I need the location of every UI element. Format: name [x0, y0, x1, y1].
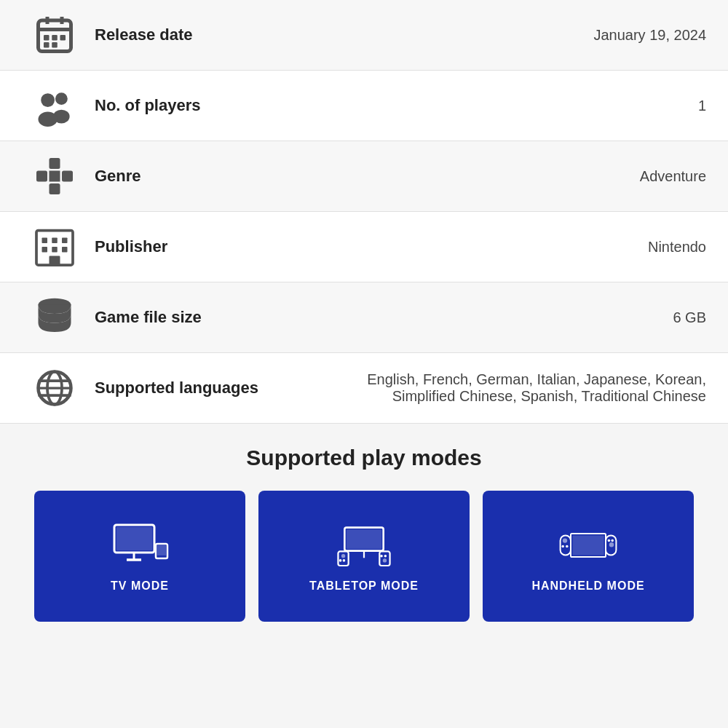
svg-rect-25 — [50, 256, 60, 266]
languages-label: Supported languages — [87, 379, 357, 397]
handheld-mode-icon — [559, 520, 617, 571]
release-date-value: January 19, 2024 — [593, 27, 706, 44]
svg-point-58 — [611, 539, 614, 542]
svg-point-44 — [343, 559, 346, 562]
svg-rect-21 — [62, 238, 68, 244]
svg-rect-19 — [42, 238, 48, 244]
svg-rect-20 — [52, 238, 58, 244]
row-genre: Genre Adventure — [0, 141, 728, 212]
svg-rect-5 — [52, 35, 58, 41]
handheld-mode-card[interactable]: HANDHELD MODE — [483, 491, 694, 622]
svg-point-57 — [608, 539, 611, 542]
database-icon — [22, 296, 87, 339]
globe-icon — [22, 366, 87, 410]
svg-point-47 — [380, 555, 383, 558]
svg-rect-13 — [50, 158, 60, 169]
calendar-icon — [22, 13, 87, 57]
tv-mode-icon — [111, 520, 169, 571]
tv-mode-card[interactable]: TV MODE — [34, 491, 245, 622]
publisher-value: Nintendo — [648, 239, 706, 256]
players-label: No. of players — [87, 96, 698, 115]
svg-rect-41 — [338, 551, 348, 566]
svg-point-50 — [563, 538, 567, 542]
filesize-label: Game file size — [87, 308, 673, 327]
svg-rect-6 — [60, 35, 66, 41]
players-icon — [22, 84, 87, 127]
svg-rect-39 — [347, 529, 381, 549]
svg-point-51 — [561, 545, 564, 548]
svg-point-56 — [609, 542, 614, 547]
svg-point-9 — [55, 92, 68, 105]
svg-rect-37 — [157, 545, 166, 555]
row-release-date: Release date January 19, 2024 — [0, 0, 728, 71]
tv-mode-label: TV MODE — [111, 579, 169, 593]
svg-rect-54 — [572, 535, 604, 555]
svg-rect-7 — [44, 42, 50, 48]
svg-rect-14 — [50, 183, 60, 194]
svg-rect-22 — [42, 247, 48, 253]
svg-rect-49 — [561, 535, 571, 555]
filesize-value: 6 GB — [673, 309, 706, 326]
tabletop-mode-icon — [335, 520, 393, 571]
genre-icon — [22, 154, 87, 198]
genre-label: Genre — [87, 167, 640, 186]
svg-point-42 — [341, 554, 345, 558]
handheld-mode-label: HANDHELD MODE — [531, 579, 644, 593]
svg-point-43 — [339, 559, 342, 562]
info-table: Release date January 19, 2024 No. of pla… — [0, 0, 728, 424]
svg-rect-16 — [62, 171, 73, 182]
play-modes-title: Supported play modes — [15, 446, 713, 470]
svg-rect-8 — [52, 42, 58, 48]
svg-point-52 — [566, 545, 569, 548]
row-languages: Supported languages English, French, Ger… — [0, 353, 728, 424]
genre-value: Adventure — [640, 168, 706, 185]
svg-rect-24 — [62, 247, 68, 253]
languages-value: English, French, German, Italian, Japane… — [357, 371, 706, 405]
svg-point-11 — [41, 93, 55, 107]
players-value: 1 — [698, 98, 706, 114]
svg-rect-15 — [36, 171, 47, 182]
svg-rect-23 — [52, 247, 58, 253]
tabletop-mode-card[interactable]: TABLETOP MODE — [258, 491, 470, 622]
play-modes-section: Supported play modes TV MODE — [0, 424, 728, 636]
row-players: No. of players 1 — [0, 71, 728, 141]
svg-point-12 — [39, 111, 58, 127]
modes-grid: TV MODE TABLETOP MODE — [15, 491, 713, 622]
svg-rect-17 — [50, 171, 60, 182]
row-filesize: Game file size 6 GB — [0, 282, 728, 353]
release-date-label: Release date — [87, 25, 593, 44]
svg-point-46 — [383, 558, 387, 562]
svg-point-48 — [384, 555, 387, 558]
publisher-icon — [22, 225, 87, 269]
tabletop-mode-label: TABLETOP MODE — [309, 579, 419, 593]
svg-rect-4 — [44, 35, 50, 41]
publisher-label: Publisher — [87, 237, 648, 256]
row-publisher: Publisher Nintendo — [0, 212, 728, 282]
svg-rect-33 — [116, 527, 152, 550]
